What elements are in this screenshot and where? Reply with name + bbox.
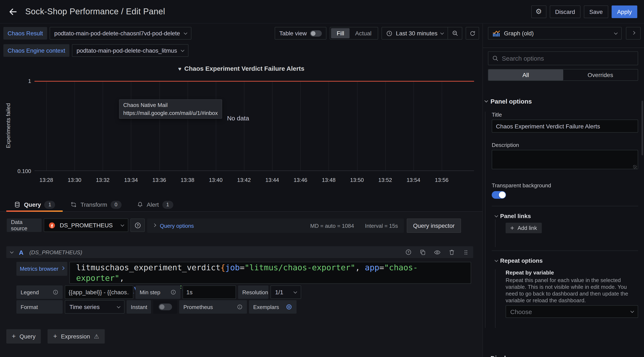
query-add-buttons: + Query + Expression ⚠	[6, 329, 104, 343]
panel-link-tooltip[interactable]: Chaos Native Mail https://mail.google.co…	[119, 99, 222, 119]
save-button[interactable]: Save	[584, 5, 608, 18]
promql-editor[interactable]: litmuschaos_experiment_verdict{job="litm…	[70, 262, 471, 284]
info-icon	[52, 289, 58, 295]
resize-grip-icon[interactable]	[633, 165, 637, 169]
chart-title: ♥Chaos Experiment Verdict Failure Alerts	[0, 65, 482, 72]
chart-plot-area[interactable]	[34, 81, 474, 171]
eye-icon[interactable]	[434, 249, 441, 256]
gridline	[442, 81, 442, 171]
query-stats: MD = auto = 1084 Interval = 15s	[310, 222, 398, 229]
repeat-variable-placeholder: Choose	[510, 308, 532, 315]
tab-count-badge: 1	[162, 201, 173, 209]
options-search	[488, 51, 638, 65]
x-tick: 13:40	[209, 177, 222, 183]
query-options-row-1: Legend Min step Resolution 1/1	[16, 285, 301, 299]
expand-viz-picker-button[interactable]	[626, 27, 641, 40]
add-link-button[interactable]: + Add link	[506, 223, 542, 233]
variable-label: Chaos Result	[3, 27, 47, 40]
chevron-down-icon	[630, 309, 634, 313]
min-step-input[interactable]	[182, 285, 236, 299]
query-ref-id: A	[19, 249, 24, 256]
back-arrow-icon[interactable]	[7, 5, 19, 18]
datasource-picker[interactable]: DS_PROMETHEUS	[44, 218, 128, 232]
query-options-label: Query options	[160, 222, 194, 229]
database-icon	[14, 201, 20, 208]
search-options-input[interactable]	[502, 55, 634, 62]
exemplars-eye-icon[interactable]	[286, 303, 292, 310]
gear-icon: ⚙	[536, 7, 542, 16]
datasource-help-button[interactable]: ?	[130, 218, 145, 232]
refresh-button[interactable]	[466, 27, 479, 40]
tab-transform[interactable]: Transform 0	[63, 198, 129, 211]
resolution-select[interactable]: 1/1	[270, 285, 301, 299]
query-card-header[interactable]: A (DS_PROMETHEUS) ?	[6, 246, 473, 258]
instant-toggle-box	[153, 300, 177, 314]
divider	[492, 250, 638, 251]
view-controls: Table view Fill Actual Last 30 minutes	[275, 27, 479, 40]
gridline	[244, 81, 244, 171]
legend-format-input[interactable]	[65, 285, 133, 299]
tooltip-url: https://mail.google.com/mail/u/1/#inbox	[123, 110, 218, 116]
refresh-icon	[469, 30, 476, 37]
chevron-down-icon	[121, 223, 124, 226]
add-expression-button[interactable]: + Expression ⚠	[48, 329, 104, 343]
duplicate-icon[interactable]	[420, 249, 426, 255]
tab-count-badge: 0	[111, 201, 122, 209]
apply-button[interactable]: Apply	[612, 5, 637, 18]
metrics-browser-label: Metrics browser	[20, 266, 58, 272]
table-view-toggle[interactable]	[310, 30, 322, 37]
actual-option[interactable]: Actual	[350, 28, 377, 38]
visualization-picker[interactable]: Graph (old)	[488, 27, 622, 40]
tab-label: Query	[24, 201, 41, 208]
instant-toggle[interactable]	[158, 303, 172, 310]
interval-stat: Interval = 15s	[365, 222, 398, 229]
variable-value-dropdown[interactable]: podtato-main-pod-delete-chaosnl7vd-pod-d…	[50, 27, 192, 40]
help-icon[interactable]: ?	[405, 249, 412, 255]
help-icon: ?	[134, 222, 141, 229]
chevron-down-icon	[440, 31, 444, 35]
tab-overrides[interactable]: Overrides	[563, 70, 638, 80]
chevron-down-icon	[184, 31, 187, 35]
plus-icon: +	[53, 332, 57, 340]
trash-icon[interactable]	[448, 249, 455, 255]
drag-handle-icon[interactable]	[463, 249, 469, 255]
format-select[interactable]: Time series	[65, 300, 124, 314]
min-step-label-chip: Min step	[136, 285, 180, 299]
time-picker-group: Last 30 minutes	[382, 27, 462, 40]
transparent-bg-toggle[interactable]	[492, 191, 506, 199]
display-header: Display	[483, 354, 644, 357]
query-options-bar[interactable]: Query options MD = auto = 1084 Interval …	[147, 218, 404, 233]
display-section: Display Bars	[483, 354, 644, 357]
header-actions: ⚙ Discard Save Apply	[531, 5, 637, 18]
discard-button[interactable]: Discard	[550, 5, 580, 18]
panel-description-textarea[interactable]	[492, 150, 638, 169]
tab-query[interactable]: Query 1	[6, 198, 63, 211]
variable-value-dropdown[interactable]: podtato-main-pod-delete-chaos_litmus	[72, 44, 188, 57]
repeat-description: Repeat this panel for each value in the …	[506, 277, 638, 304]
chevron-down-icon	[484, 356, 488, 357]
scrollbar-thumb[interactable]	[642, 101, 643, 155]
chevron-down-icon	[614, 31, 618, 35]
fill-option[interactable]: Fill	[331, 28, 350, 38]
chevron-down-icon	[294, 290, 297, 293]
metrics-browser-button[interactable]: Metrics browser	[16, 262, 67, 276]
tab-alert[interactable]: Alert 1	[129, 198, 181, 211]
repeat-options-header[interactable]: Repeat options	[495, 257, 638, 264]
zoom-out-button[interactable]	[448, 27, 462, 39]
panel-links-header[interactable]: Panel links	[495, 213, 638, 219]
format-label-chip: Format	[16, 300, 63, 314]
chevron-right-icon	[61, 266, 64, 270]
transparent-bg-label: Transparent background	[492, 182, 638, 189]
panel-options-body: Title Description Transparent background…	[485, 112, 644, 328]
add-query-button[interactable]: + Query	[6, 329, 41, 343]
tab-all[interactable]: All	[488, 70, 563, 80]
time-range-picker[interactable]: Last 30 minutes	[382, 27, 448, 39]
panel-settings-button[interactable]: ⚙	[531, 5, 546, 18]
x-tick: 13:42	[237, 177, 251, 183]
panel-title-input[interactable]	[492, 120, 638, 133]
repeat-variable-select[interactable]: Choose	[506, 305, 638, 318]
gridline	[159, 81, 160, 171]
query-inspector-button[interactable]: Query inspector	[407, 218, 461, 233]
panel-options-header[interactable]: Panel options	[483, 98, 644, 105]
gridline	[414, 81, 414, 171]
